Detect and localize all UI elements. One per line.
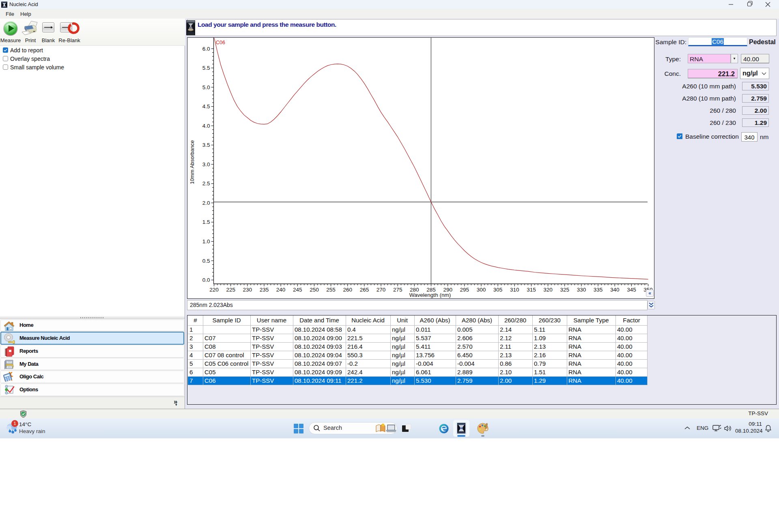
svg-text:225: 225: [226, 287, 235, 293]
svg-text:2.0: 2.0: [202, 200, 210, 206]
svg-text:230: 230: [243, 287, 252, 293]
svg-text:300: 300: [477, 287, 486, 293]
svg-text:235: 235: [260, 287, 269, 293]
svg-text:330: 330: [577, 287, 586, 293]
svg-text:255: 255: [326, 287, 336, 293]
svg-text:340: 340: [610, 287, 620, 293]
svg-text:335: 335: [594, 287, 603, 293]
svg-text:Wavelength (nm): Wavelength (nm): [409, 292, 451, 298]
svg-text:315: 315: [527, 287, 536, 293]
svg-text:250: 250: [310, 287, 319, 293]
svg-text:C06: C06: [216, 40, 225, 45]
svg-text:0.5: 0.5: [202, 258, 210, 264]
svg-text:265: 265: [360, 287, 369, 293]
svg-text:310: 310: [510, 287, 519, 293]
svg-text:240: 240: [276, 287, 286, 293]
svg-text:325: 325: [560, 287, 569, 293]
svg-text:5.0: 5.0: [202, 84, 210, 90]
svg-text:5.5: 5.5: [202, 65, 210, 71]
svg-text:275: 275: [393, 287, 402, 293]
svg-text:305: 305: [493, 287, 503, 293]
svg-text:1.0: 1.0: [202, 238, 210, 245]
svg-text:0.0: 0.0: [202, 277, 210, 283]
svg-text:4.0: 4.0: [202, 123, 210, 129]
svg-text:2.5: 2.5: [202, 180, 210, 187]
svg-text:6.0: 6.0: [202, 46, 210, 52]
svg-text:245: 245: [293, 287, 302, 293]
svg-text:295: 295: [460, 287, 469, 293]
svg-text:4.5: 4.5: [202, 103, 210, 109]
svg-text:3.0: 3.0: [202, 161, 210, 167]
svg-text:270: 270: [377, 287, 386, 293]
svg-text:10mm Absorbance: 10mm Absorbance: [189, 140, 195, 184]
svg-text:1.5: 1.5: [202, 219, 210, 225]
svg-text:3.5: 3.5: [202, 142, 210, 148]
svg-text:260: 260: [343, 287, 352, 293]
svg-text:220: 220: [209, 287, 219, 293]
svg-text:345: 345: [627, 287, 636, 293]
svg-text:320: 320: [543, 287, 553, 293]
